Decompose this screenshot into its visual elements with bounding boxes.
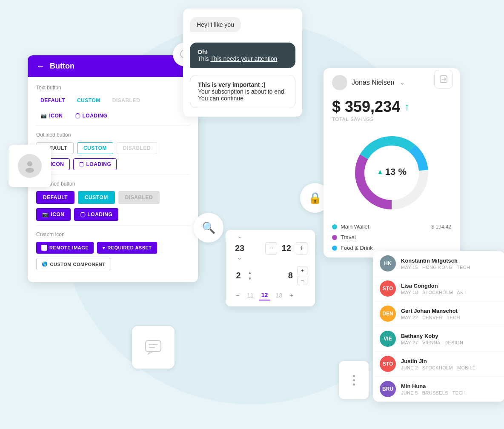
custom-component-btn[interactable]: 🌎 CUSTOM COMPONENT [36,258,111,270]
contact-item-hk[interactable]: HK Konstantin Mitgutsch MAY 15 HONG KONG… [373,251,504,276]
contact-item-sto2[interactable]: STO Justin Jin JUNE 2 STOCKHOLM MOBILE [373,352,504,377]
finance-amount: $ 359,234 ↑ [324,94,460,116]
contact-name-vie: Bethany Koby [401,333,498,339]
contact-item-sto1[interactable]: STO Lisa Congdon MAY 18 STOCKHOLM ART [373,276,504,301]
up-arrow-icon: ↑ [404,101,410,113]
required-asset-btn[interactable]: ♥ REQUIRED ASSET [97,242,157,254]
contact-info-sto2: Justin Jin JUNE 2 STOCKHOLM MOBILE [401,358,498,370]
spinner-icon3 [80,212,86,217]
contact-item-bru[interactable]: BRU Min Huna JUNE 5 BRUSSELS TECH [373,377,504,402]
stepper-down2-btn[interactable]: ▼ [246,276,254,281]
chat-bubble-2-title: Oh! [198,49,208,55]
contact-avatar-den: DEN [380,306,396,322]
chat-icon [145,340,162,355]
contained-section: Contained button DEFAULT CUSTOM DISABLED… [36,174,189,221]
chat-bubble-1: Hey! I like you [190,17,241,32]
dot-1 [353,375,355,377]
finance-panel: Jonas Nielsen ⌄ ⋮ $ 359,234 ↑ TOTAL SAVI… [324,68,460,257]
contact-name-sto2: Justin Jin [401,358,498,364]
outlined-loading-btn[interactable]: LOADING [73,158,117,170]
text-icon-btn[interactable]: 📷 ICON [36,110,67,121]
contact-item-vie[interactable]: VIE Bethany Koby MAY 27 VIENNA DESIGN [373,326,504,352]
stepper-up2-btn[interactable]: ▲ [246,270,254,275]
avatar-placeholder [18,154,42,178]
stepper-plus2-btn[interactable]: + [297,266,307,275]
svg-rect-7 [146,340,161,352]
stepper-down-btn[interactable]: ⌄ [235,254,244,261]
contained-disabled-btn: DISABLED [118,191,160,204]
contact-name-bru: Min Huna [401,383,498,389]
contact-meta-den: MAY 22 DENVER TECH [401,315,498,320]
outlined-custom-btn[interactable]: CUSTOM [77,142,113,154]
custom-icon-section: Custom icon REMOTE IMAGE ♥ REQUIRED ASSE… [36,225,189,270]
wallet-dot-food [332,246,337,251]
dots-card [339,361,369,399]
search-circle[interactable]: 🔍 [194,213,223,243]
stepper-minus-plus-1: − 12 + [265,242,307,254]
stepper-side-value-1: 12 [281,243,292,253]
finance-user: Jonas Nielsen ⌄ [332,75,405,90]
outlined-section: Outlined button DEFAULT CUSTOM DISABLED … [36,126,189,170]
stepper-arrows-1: ⌃ 23 ⌄ [233,236,246,261]
custom-icon-label: Custom icon [36,232,189,237]
wallet-dot-travel [332,235,337,240]
num-minus-btn[interactable]: − [233,291,242,300]
contained-icon-btn[interactable]: 📷 ICON [36,208,71,221]
contact-avatar-sto2: STO [380,356,396,372]
panel-body: Text button DEFAULT CUSTOM DISABLED 📷 IC… [28,77,198,282]
camera-icon: 📷 [40,113,47,119]
transfer-icon-btn[interactable] [434,70,453,89]
num-plus-btn[interactable]: + [287,291,296,300]
stepper-minus2-btn[interactable]: − [297,276,307,285]
contained-loading-btn[interactable]: LOADING [74,208,119,221]
wallet-amount-main: $ 194.42 [431,224,451,230]
wallet-name-main: Main Wallet [341,223,369,230]
stepper-minus-btn[interactable]: − [265,242,277,254]
chat-panel: Hey! I like you Oh! This This needs your… [183,9,302,117]
svg-point-0 [27,161,32,166]
chat-bubble-3-link[interactable]: continue [221,95,243,102]
text-loading-btn[interactable]: LOADING [71,110,112,121]
contained-default-btn[interactable]: DEFAULT [36,191,74,204]
custom-icon-row: REMOTE IMAGE ♥ REQUIRED ASSET [36,242,189,254]
donut-up-icon: ▲ [377,168,384,176]
donut-chart: ▲ 13 % [324,126,460,218]
stepper-panel: ⌃ 23 ⌄ − 12 + 2 ▲ ▼ 8 + − − 11 [226,230,315,306]
finance-username: Jonas Nielsen [352,79,395,86]
spinner-icon [75,113,80,119]
stepper-plus-btn[interactable]: + [296,242,307,254]
chat-bubble-3-title: This is very important :) [198,81,266,88]
num-val-1: 11 [244,291,256,300]
text-custom-btn[interactable]: CUSTOM [73,95,105,106]
globe-icon: 🌎 [42,261,48,267]
contact-item-den[interactable]: DEN Gert Johan Manschot MAY 22 DENVER TE… [373,301,504,326]
dot-3 [353,383,355,386]
outlined-row1: DEFAULT CUSTOM DISABLED [36,142,189,154]
contact-name-sto1: Lisa Congdon [401,283,498,289]
remote-image-btn[interactable]: REMOTE IMAGE [36,242,94,254]
chat-bubble-3: This is very important :) Your subscript… [190,75,295,108]
contact-meta-sto2: JUNE 2 STOCKHOLM MOBILE [401,365,498,370]
avatar-card [9,145,51,187]
text-button-row1: DEFAULT CUSTOM DISABLED [36,95,189,106]
donut-center-value: ▲ 13 % [377,166,407,177]
wallet-name-food: Food & Drink [341,245,373,251]
panel-header: ← Button [28,55,198,77]
contact-panel: HK Konstantin Mitgutsch MAY 15 HONG KONG… [373,251,504,402]
person-icon [23,159,37,173]
num-val-3: 13 [273,291,285,300]
wallet-dot-main [332,224,337,229]
chat-bubble-2: Oh! This This needs your attention [190,43,295,68]
text-button-label: Text button [36,85,189,91]
svg-point-1 [26,168,34,173]
stepper-row-1: ⌃ 23 ⌄ − 12 + [233,236,307,261]
outlined-disabled-btn: DISABLED [117,142,157,154]
text-default-btn[interactable]: DEFAULT [36,95,69,106]
amount-value: $ 359,234 [332,98,400,116]
contact-avatar-vie: VIE [380,331,396,347]
three-dots-icon [353,375,355,386]
contained-custom-btn[interactable]: CUSTOM [78,191,115,204]
wallet-item-main: Main Wallet $ 194.42 [332,221,451,232]
back-arrow-icon[interactable]: ← [36,61,45,71]
stepper-up-btn[interactable]: ⌃ [235,236,244,243]
